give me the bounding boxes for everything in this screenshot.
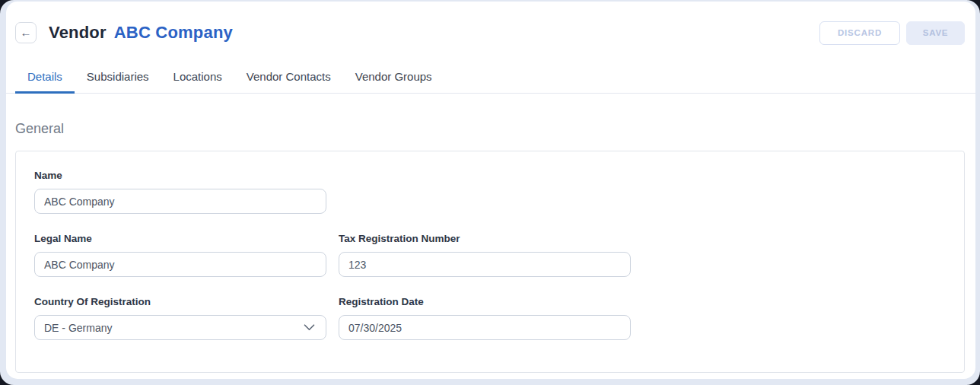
tab-details[interactable]: Details bbox=[15, 62, 75, 94]
name-input[interactable] bbox=[34, 189, 326, 214]
country-of-registration-select[interactable]: DE - Germany bbox=[34, 315, 326, 340]
page-title: Vendor bbox=[49, 23, 107, 43]
field-registration-date: Registration Date bbox=[339, 296, 631, 340]
tab-vendor-contacts[interactable]: Vendor Contacts bbox=[234, 62, 343, 94]
general-form-card: Name Legal Name Tax Registration Number … bbox=[15, 151, 965, 373]
tax-registration-number-input[interactable] bbox=[339, 252, 631, 277]
section-title-general: General bbox=[15, 121, 965, 137]
grid-spacer bbox=[339, 170, 631, 214]
page-body: General Name Legal Name Tax Registration… bbox=[6, 121, 975, 373]
legal-name-label: Legal Name bbox=[34, 233, 326, 244]
tab-bar: Details Subsidiaries Locations Vendor Co… bbox=[6, 62, 975, 94]
field-legal-name: Legal Name bbox=[34, 233, 326, 277]
tab-subsidiaries[interactable]: Subsidiaries bbox=[75, 62, 161, 94]
vendor-page: ← Vendor ABC Company DISCARD SAVE Detail… bbox=[6, 2, 975, 379]
general-form: Name Legal Name Tax Registration Number … bbox=[34, 170, 946, 340]
discard-button[interactable]: DISCARD bbox=[819, 21, 900, 45]
back-arrow-icon: ← bbox=[21, 26, 32, 39]
save-button[interactable]: SAVE bbox=[906, 21, 965, 45]
field-country-of-registration: Country Of Registration DE - Germany bbox=[34, 296, 326, 340]
tax-registration-number-label: Tax Registration Number bbox=[339, 233, 631, 244]
page-header: ← Vendor ABC Company DISCARD SAVE bbox=[6, 2, 975, 50]
vendor-name-title: ABC Company bbox=[114, 23, 233, 43]
field-tax-registration-number: Tax Registration Number bbox=[339, 233, 631, 277]
header-actions: DISCARD SAVE bbox=[819, 21, 965, 45]
name-label: Name bbox=[34, 170, 326, 181]
field-name: Name bbox=[34, 170, 326, 214]
legal-name-input[interactable] bbox=[34, 252, 326, 277]
back-button[interactable]: ← bbox=[15, 22, 37, 43]
tab-vendor-groups[interactable]: Vendor Groups bbox=[343, 62, 444, 94]
registration-date-input[interactable] bbox=[339, 315, 631, 340]
tab-locations[interactable]: Locations bbox=[161, 62, 234, 94]
country-of-registration-label: Country Of Registration bbox=[34, 296, 326, 307]
app-window: ← Vendor ABC Company DISCARD SAVE Detail… bbox=[0, 0, 980, 385]
country-of-registration-value: DE - Germany bbox=[44, 322, 112, 334]
chevron-down-icon bbox=[304, 324, 315, 331]
registration-date-label: Registration Date bbox=[339, 296, 631, 307]
